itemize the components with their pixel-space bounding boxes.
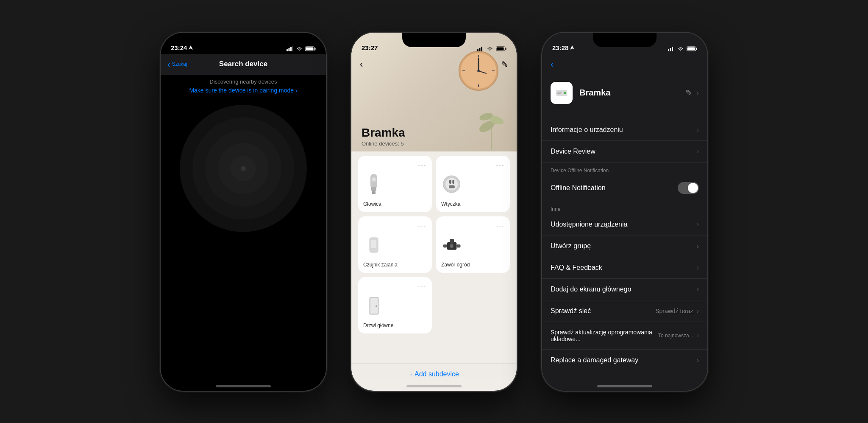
pairing-mode-link[interactable]: Make sure the device is in pairing mode …	[161, 87, 326, 94]
svg-rect-40	[443, 244, 447, 247]
status-time-2: 23:27	[362, 44, 378, 51]
menu-item-faq[interactable]: FAQ & Feedback ›	[542, 257, 707, 279]
svg-rect-22	[479, 48, 481, 51]
czujnik-label: Czujnik zalania	[363, 262, 398, 268]
drzwi-icon	[363, 291, 384, 321]
svg-rect-56	[557, 93, 561, 94]
svg-rect-29	[372, 191, 376, 194]
svg-rect-23	[481, 47, 482, 51]
svg-rect-21	[477, 49, 479, 51]
device-card-glowica[interactable]: ··· Głowica	[358, 156, 432, 212]
device-card-zawor[interactable]: ··· Zawór ogród	[436, 216, 510, 273]
phone-2-screen: 23:27	[351, 33, 517, 391]
page-title-1: Search device	[219, 60, 267, 68]
status-icons-3	[668, 46, 697, 51]
online-count: Online devices: 5	[362, 140, 405, 147]
location-icon	[189, 45, 193, 50]
glowica-label: Głowica	[363, 201, 381, 207]
svg-marker-46	[570, 45, 574, 50]
back-button-1[interactable]: ‹ Szukaj	[167, 59, 187, 69]
svg-rect-2	[289, 48, 290, 51]
battery-icon-2	[496, 46, 506, 51]
menu-item-dodaj-ekran[interactable]: Dodaj do ekranu głównego ›	[542, 279, 707, 300]
location-icon-3	[570, 45, 574, 50]
signal-icon-2	[477, 46, 484, 51]
svg-rect-25	[506, 48, 506, 50]
svg-marker-0	[189, 45, 193, 50]
wifi-icon	[296, 46, 303, 51]
card-menu-icon-2[interactable]: ···	[496, 161, 505, 170]
card-menu-icon[interactable]: ···	[418, 161, 427, 170]
svg-rect-52	[687, 47, 695, 50]
svg-rect-3	[290, 47, 292, 51]
discovering-text: Discovering nearby devices	[161, 78, 326, 85]
battery-icon	[305, 46, 316, 51]
status-time-1: 23:24	[171, 44, 193, 51]
svg-rect-1	[287, 49, 288, 51]
zawor-icon	[441, 230, 462, 260]
phone-1: 23:24	[161, 33, 326, 391]
home-indicator-1	[216, 385, 271, 387]
device-card-drzwi[interactable]: ··· Drzwi główne	[358, 277, 432, 333]
svg-point-32	[445, 178, 458, 190]
svg-rect-33	[449, 180, 451, 184]
phone-3: 23:28	[542, 33, 707, 391]
svg-point-30	[372, 177, 376, 182]
svg-rect-49	[672, 47, 673, 51]
menu-item-replace-gateway[interactable]: Replace a damaged gateway ›	[542, 350, 707, 371]
svg-rect-41	[456, 244, 460, 247]
svg-rect-34	[452, 180, 454, 184]
device-card-czujnik[interactable]: ··· Czujnik zalania	[358, 216, 432, 273]
signal-icon-3	[668, 46, 675, 51]
settings-menu: Informacje o urządzeniu › Device Review …	[542, 119, 707, 371]
svg-rect-48	[670, 48, 671, 51]
svg-rect-51	[696, 48, 697, 50]
notch-3	[593, 33, 657, 47]
menu-item-review[interactable]: Device Review ›	[542, 141, 707, 162]
detail-chevron: ›	[696, 88, 699, 98]
wifi-icon-2	[487, 46, 493, 51]
card-menu-icon-3[interactable]: ···	[418, 221, 427, 230]
device-grid: ··· Głowica ···	[358, 156, 510, 333]
device-thumbnail	[551, 82, 573, 104]
menu-item-utwórz-grupe[interactable]: Utwórz grupę ›	[542, 235, 707, 257]
nav-bar-2: ‹ ✎	[351, 54, 517, 75]
edit-button[interactable]: ✎	[501, 59, 508, 70]
menu-item-sprawdz-siec[interactable]: Sprawdź sieć Sprawdź teraz ›	[542, 300, 707, 322]
svg-point-42	[450, 244, 453, 248]
svg-rect-39	[450, 239, 454, 244]
add-subdevice-button[interactable]: + Add subdevice	[351, 363, 517, 378]
edit-icon-3[interactable]: ✎	[685, 88, 693, 98]
svg-rect-35	[449, 185, 455, 188]
svg-rect-55	[557, 92, 562, 92]
wifi-icon-3	[677, 46, 684, 51]
svg-rect-7	[306, 47, 314, 50]
back-button-3[interactable]: ‹	[551, 59, 554, 70]
device-card-wtyczka[interactable]: ··· Wtyczka	[436, 156, 510, 212]
device-header-3: Bramka ✎ ›	[542, 75, 707, 111]
signal-icon	[287, 46, 293, 51]
svg-rect-6	[315, 48, 316, 50]
notch-1	[211, 33, 275, 47]
zawor-label: Zawór ogród	[441, 262, 470, 268]
nav-bar-1: ‹ Szukaj Search device	[161, 54, 326, 75]
device-name-area: Bramka Online devices: 5	[362, 126, 405, 147]
svg-point-54	[564, 92, 566, 94]
menu-item-informacje[interactable]: Informacje o urządzeniu ›	[542, 119, 707, 141]
device-name-2: Bramka	[362, 126, 405, 140]
notch-2	[402, 33, 466, 47]
wtyczka-icon	[441, 170, 462, 199]
radar-animation	[180, 105, 307, 232]
home-indicator-2	[406, 385, 462, 387]
card-menu-icon-4[interactable]: ···	[496, 221, 505, 230]
status-icons-1	[287, 46, 316, 51]
menu-item-udostepnione[interactable]: Udostępnione urządzenia ›	[542, 214, 707, 235]
home-indicator-3	[597, 385, 652, 387]
section-inne-header: Inne	[542, 201, 707, 214]
back-button-2[interactable]: ‹	[360, 59, 363, 70]
offline-toggle[interactable]	[678, 182, 699, 194]
card-menu-icon-5[interactable]: ···	[418, 282, 427, 291]
svg-rect-37	[371, 240, 376, 248]
menu-item-aktualizacja[interactable]: Sprawdź aktualizację oprogramowania ukła…	[542, 322, 707, 350]
menu-item-offline-notification[interactable]: Offline Notification	[542, 175, 707, 201]
